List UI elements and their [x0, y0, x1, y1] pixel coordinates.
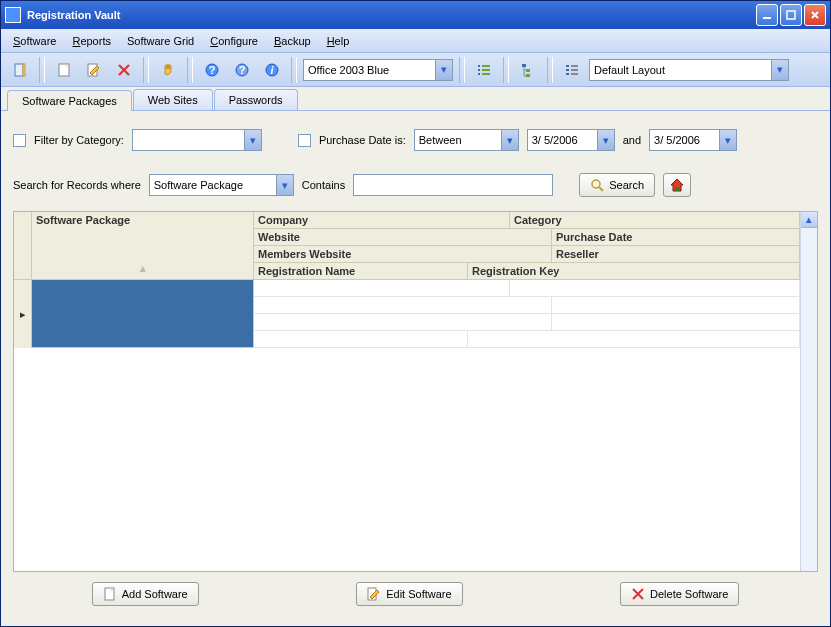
col-registration-name[interactable]: Registration Name — [254, 263, 468, 279]
toolbar: ? ? i Office 2003 Blue ▾ Default Layout … — [1, 53, 830, 87]
search-row: Search for Records where Software Packag… — [13, 173, 818, 197]
chevron-down-icon[interactable]: ▾ — [244, 130, 261, 150]
svg-rect-16 — [482, 65, 490, 67]
scroll-up-button[interactable]: ▴ — [801, 212, 817, 228]
home-button[interactable] — [663, 173, 691, 197]
filter-row: Filter by Category: ▾ Purchase Date is: … — [13, 129, 818, 151]
tab-passwords[interactable]: Passwords — [214, 89, 298, 110]
add-software-button[interactable]: Add Software — [92, 582, 199, 606]
delete-software-label: Delete Software — [650, 588, 728, 600]
menu-reports[interactable]: Reports — [66, 33, 117, 49]
category-combo[interactable]: ▾ — [132, 129, 262, 151]
svg-rect-13 — [478, 65, 480, 67]
cell[interactable] — [254, 297, 552, 313]
toolbar-separator — [503, 57, 509, 83]
cell[interactable] — [552, 297, 800, 313]
col-website[interactable]: Website — [254, 229, 552, 245]
layout-combo[interactable]: Default Layout ▾ — [589, 59, 789, 81]
date-to-value: 3/ 5/2006 — [654, 134, 719, 146]
toolbar-separator — [291, 57, 297, 83]
cell[interactable] — [254, 314, 552, 330]
date-to-picker[interactable]: 3/ 5/2006 ▾ — [649, 129, 737, 151]
vertical-scrollbar[interactable]: ▴ — [800, 212, 817, 571]
data-grid[interactable]: Software Package ▴ Company Category Webs… — [13, 211, 818, 572]
edit-icon[interactable] — [81, 57, 107, 83]
col-software-package[interactable]: Software Package ▴ — [32, 212, 254, 279]
grid-body: ▸ — [14, 280, 800, 348]
menu-backup[interactable]: Backup — [268, 33, 317, 49]
cell[interactable] — [552, 314, 800, 330]
tab-web-sites[interactable]: Web Sites — [133, 89, 213, 110]
svg-rect-23 — [566, 69, 569, 71]
chevron-down-icon[interactable]: ▾ — [501, 130, 518, 150]
svg-rect-30 — [675, 187, 679, 191]
list-view-icon[interactable] — [471, 57, 497, 83]
svg-rect-27 — [571, 73, 578, 75]
toolbar-separator — [39, 57, 45, 83]
col-purchase-date[interactable]: Purchase Date — [552, 229, 800, 245]
search-button[interactable]: Search — [579, 173, 655, 197]
maximize-button[interactable] — [780, 4, 802, 26]
filter-category-checkbox[interactable] — [13, 134, 26, 147]
col-reseller[interactable]: Reseller — [552, 246, 800, 262]
menu-help[interactable]: Help — [321, 33, 356, 49]
col-members-website[interactable]: Members Website — [254, 246, 552, 262]
close-button[interactable] — [804, 4, 826, 26]
info-icon[interactable]: i — [259, 57, 285, 83]
chevron-down-icon[interactable]: ▾ — [771, 60, 788, 80]
svg-text:?: ? — [209, 64, 216, 76]
chevron-down-icon[interactable]: ▾ — [435, 60, 452, 80]
menu-software-grid[interactable]: Software Grid — [121, 33, 200, 49]
detail-view-icon[interactable] — [559, 57, 585, 83]
content-area: Filter by Category: ▾ Purchase Date is: … — [1, 111, 830, 626]
theme-combo[interactable]: Office 2003 Blue ▾ — [303, 59, 453, 81]
purchase-date-label: Purchase Date is: — [319, 134, 406, 146]
delete-icon — [631, 587, 645, 601]
delete-icon[interactable] — [111, 57, 137, 83]
svg-text:?: ? — [239, 64, 246, 76]
col-registration-key[interactable]: Registration Key — [468, 263, 800, 279]
svg-rect-22 — [566, 65, 569, 67]
menu-configure[interactable]: Configure — [204, 33, 264, 49]
edit-software-button[interactable]: Edit Software — [356, 582, 462, 606]
tree-view-icon[interactable] — [515, 57, 541, 83]
app-icon — [5, 7, 21, 23]
chevron-down-icon[interactable]: ▾ — [719, 130, 736, 150]
cell[interactable] — [510, 280, 800, 296]
row-header-corner[interactable] — [14, 212, 32, 279]
layout-combo-value: Default Layout — [594, 64, 771, 76]
cell[interactable] — [254, 331, 468, 347]
home-icon — [669, 177, 685, 193]
svg-rect-24 — [566, 73, 569, 75]
col-company[interactable]: Company — [254, 212, 510, 228]
date-from-value: 3/ 5/2006 — [532, 134, 597, 146]
toolbar-separator — [459, 57, 465, 83]
selected-cell[interactable] — [32, 280, 254, 347]
filter-category-label: Filter by Category: — [34, 134, 124, 146]
svg-rect-15 — [478, 73, 480, 75]
date-from-picker[interactable]: 3/ 5/2006 ▾ — [527, 129, 615, 151]
search-input[interactable] — [353, 174, 553, 196]
purchase-date-checkbox[interactable] — [298, 134, 311, 147]
help-icon[interactable]: ? — [199, 57, 225, 83]
toolbar-button-1[interactable] — [7, 57, 33, 83]
hand-icon[interactable] — [155, 57, 181, 83]
cell[interactable] — [468, 331, 800, 347]
delete-software-button[interactable]: Delete Software — [620, 582, 739, 606]
search-field-combo[interactable]: Software Package ▾ — [149, 174, 294, 196]
row-indicator[interactable]: ▸ — [14, 280, 32, 348]
menu-software[interactable]: Software — [7, 33, 62, 49]
chevron-down-icon[interactable]: ▾ — [597, 130, 614, 150]
cell[interactable] — [254, 280, 510, 296]
search-label: Search for Records where — [13, 179, 141, 191]
window-title: Registration Vault — [27, 9, 754, 21]
edit-icon — [367, 587, 381, 601]
minimize-button[interactable] — [756, 4, 778, 26]
new-document-icon[interactable] — [51, 57, 77, 83]
col-category[interactable]: Category — [510, 212, 800, 228]
tab-software-packages[interactable]: Software Packages — [7, 90, 132, 111]
chevron-down-icon[interactable]: ▾ — [276, 175, 293, 195]
help-icon-2[interactable]: ? — [229, 57, 255, 83]
menu-bar: Software Reports Software Grid Configure… — [1, 29, 830, 53]
date-mode-combo[interactable]: Between ▾ — [414, 129, 519, 151]
